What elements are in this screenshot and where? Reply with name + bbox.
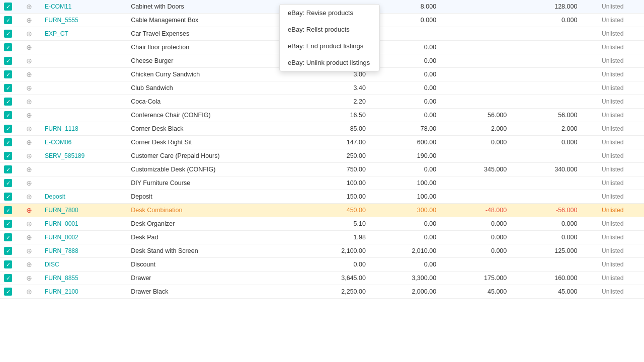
drag-handle-icon[interactable]: ⊕ <box>26 125 32 133</box>
row-checkbox[interactable] <box>4 288 12 296</box>
row-checkbox[interactable] <box>4 179 12 187</box>
product-name[interactable]: Drawer Black <box>127 285 299 299</box>
drag-handle-icon[interactable]: ⊕ <box>26 260 32 268</box>
row-checkbox-cell <box>0 204 22 217</box>
product-ref <box>41 68 127 81</box>
row-checkbox[interactable] <box>4 220 12 228</box>
drag-handle-icon[interactable]: ⊕ <box>26 98 32 106</box>
row-checkbox[interactable] <box>4 193 12 201</box>
table-row: ⊕E-COM06Corner Desk Right Sit147.00600.0… <box>0 136 644 149</box>
product-price: 450.00 <box>299 204 370 217</box>
row-checkbox[interactable] <box>4 3 12 11</box>
product-name[interactable]: Car Travel Expenses <box>127 27 299 41</box>
table-row: ⊕Conference Chair (CONFIG)16.500.0056.00… <box>0 109 644 122</box>
product-ebay-status: Unlisted <box>581 41 644 54</box>
row-checkbox[interactable] <box>4 111 12 119</box>
product-name[interactable]: Drawer <box>127 272 299 285</box>
drag-handle-icon[interactable]: ⊕ <box>26 152 32 160</box>
product-name[interactable]: Customer Care (Prepaid Hours) <box>127 149 299 163</box>
row-checkbox[interactable] <box>4 84 12 92</box>
row-checkbox[interactable] <box>4 125 12 133</box>
product-price: 0.00 <box>299 258 370 272</box>
product-name[interactable]: Club Sandwich <box>127 81 299 95</box>
context-menu-item[interactable]: eBay: Revise products <box>280 5 379 21</box>
drag-handle-cell: ⊕ <box>22 258 41 272</box>
product-price: 16.50 <box>299 109 370 122</box>
product-cost: 0.000 <box>370 14 440 27</box>
row-checkbox[interactable] <box>4 260 12 268</box>
row-checkbox[interactable] <box>4 233 12 241</box>
product-name[interactable]: Deposit <box>127 190 299 204</box>
product-name[interactable]: Chicken Curry Sandwich <box>127 68 299 81</box>
product-name[interactable]: Desk Pad <box>127 231 299 244</box>
drag-handle-icon[interactable]: ⊕ <box>26 247 32 255</box>
row-checkbox[interactable] <box>4 274 12 282</box>
drag-handle-icon[interactable]: ⊕ <box>26 70 32 78</box>
product-name[interactable]: Customizable Desk (CONFIG) <box>127 163 299 176</box>
product-name[interactable]: Discount <box>127 258 299 272</box>
product-name[interactable]: Cable Management Box <box>127 14 299 27</box>
product-ref: FURN_1118 <box>41 122 127 136</box>
product-qty-on-hand: 2.000 <box>440 122 511 136</box>
product-name[interactable]: Desk Organizer <box>127 217 299 231</box>
row-checkbox[interactable] <box>4 138 12 146</box>
drag-handle-icon[interactable]: ⊕ <box>26 193 32 201</box>
product-name[interactable]: Coca-Cola <box>127 95 299 109</box>
table-row: ⊕FURN_0001Desk Organizer5.100.000.0000.0… <box>0 217 644 231</box>
drag-handle-icon[interactable]: ⊕ <box>26 220 32 228</box>
product-qty-forecasted <box>511 149 581 163</box>
drag-handle-icon[interactable]: ⊕ <box>26 16 32 24</box>
drag-handle-icon[interactable]: ⊕ <box>26 84 32 92</box>
product-qty-on-hand <box>440 95 511 109</box>
product-qty-on-hand <box>440 27 511 41</box>
drag-handle-icon[interactable]: ⊕ <box>26 274 32 282</box>
product-name[interactable]: Cheese Burger <box>127 54 299 68</box>
row-checkbox-cell <box>0 109 22 122</box>
row-checkbox[interactable] <box>4 57 12 65</box>
drag-handle-icon[interactable]: ⊕ <box>26 179 32 187</box>
row-checkbox[interactable] <box>4 70 12 78</box>
product-qty-on-hand <box>440 54 511 68</box>
row-checkbox[interactable] <box>4 30 12 38</box>
drag-handle-icon[interactable]: ⊕ <box>26 165 32 173</box>
drag-handle-icon[interactable]: ⊕ <box>26 43 32 51</box>
product-name[interactable]: Cabinet with Doors <box>127 0 299 14</box>
context-menu-item[interactable]: eBay: End product listings <box>280 38 379 54</box>
context-menu-item[interactable]: eBay: Relist products <box>280 21 379 38</box>
drag-handle-icon[interactable]: ⊕ <box>26 111 32 119</box>
row-checkbox[interactable] <box>4 247 12 255</box>
row-checkbox[interactable] <box>4 16 12 24</box>
context-menu-item[interactable]: eBay: Unlink product listings <box>280 54 379 71</box>
drag-handle-icon[interactable]: ⊕ <box>26 30 32 38</box>
drag-handle-icon[interactable]: ⊕ <box>26 3 32 11</box>
row-checkbox[interactable] <box>4 152 12 160</box>
product-qty-on-hand: 56.000 <box>440 109 511 122</box>
drag-handle-icon[interactable]: ⊕ <box>26 138 32 146</box>
product-qty-on-hand <box>440 190 511 204</box>
product-name[interactable]: Desk Stand with Screen <box>127 244 299 258</box>
row-checkbox[interactable] <box>4 206 12 214</box>
product-ref: E-COM06 <box>41 136 127 149</box>
product-name[interactable]: Conference Chair (CONFIG) <box>127 109 299 122</box>
row-checkbox-cell <box>0 272 22 285</box>
product-ref: FURN_7888 <box>41 244 127 258</box>
drag-handle-icon[interactable]: ⊕ <box>26 288 32 296</box>
drag-handle-cell: ⊕ <box>22 68 41 81</box>
drag-handle-icon[interactable]: ⊕ <box>26 57 32 65</box>
drag-handle-icon[interactable]: ⊕ <box>26 233 32 241</box>
row-checkbox[interactable] <box>4 165 12 173</box>
row-checkbox[interactable] <box>4 98 12 106</box>
drag-handle-cell: ⊕ <box>22 122 41 136</box>
drag-handle-icon[interactable]: ⊕ <box>26 206 32 214</box>
product-name[interactable]: Desk Combination <box>127 204 299 217</box>
product-name[interactable]: DIY Furniture Course <box>127 176 299 190</box>
product-name[interactable]: Corner Desk Black <box>127 122 299 136</box>
product-name[interactable]: Corner Desk Right Sit <box>127 136 299 149</box>
product-cost: 0.00 <box>370 54 440 68</box>
product-qty-on-hand <box>440 41 511 54</box>
product-ebay-status: Unlisted <box>581 0 644 14</box>
row-checkbox[interactable] <box>4 43 12 51</box>
row-checkbox-cell <box>0 190 22 204</box>
product-ref: FURN_5555 <box>41 14 127 27</box>
product-name[interactable]: Chair floor protection <box>127 41 299 54</box>
